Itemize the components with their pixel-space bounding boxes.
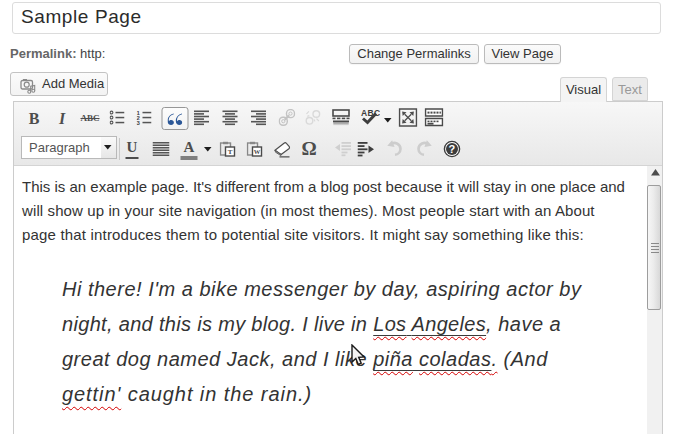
svg-text:W: W	[254, 148, 261, 155]
svg-text:3: 3	[137, 120, 141, 126]
svg-text:T: T	[228, 148, 233, 156]
svg-text:?: ?	[449, 143, 456, 155]
svg-text:ABC: ABC	[361, 108, 380, 118]
